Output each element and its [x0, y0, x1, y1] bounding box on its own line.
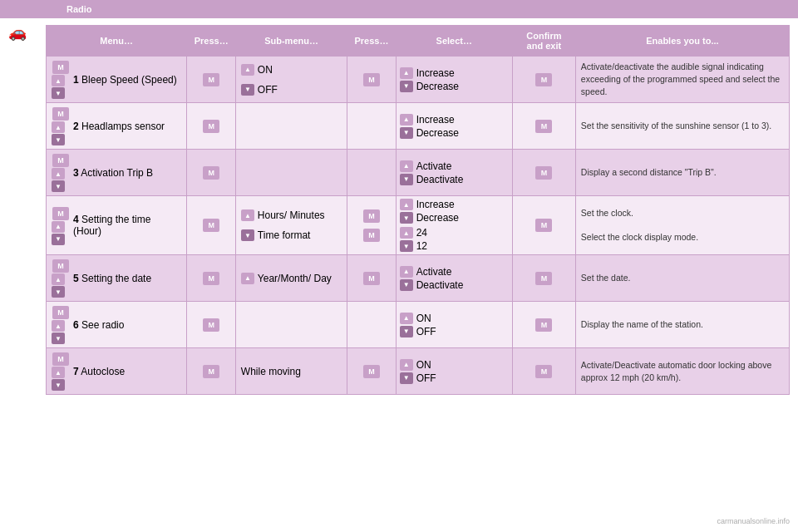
col-header-submenu: Sub-menu… [235, 26, 347, 57]
down-icon: ▼ [400, 212, 413, 224]
car-icon: 🚗 [8, 23, 27, 42]
table-row: M ▲ ▼ 2 Headlamps sensor [47, 103, 790, 150]
menu-label: See radio [81, 319, 124, 331]
m-button[interactable]: M [363, 73, 380, 86]
up-button[interactable]: ▲ [52, 168, 65, 180]
enables-cell-3: Display a second distance "Trip B". [575, 150, 789, 196]
select-activate: Activate [416, 160, 452, 172]
m-button[interactable]: M [535, 272, 552, 285]
confirm-cell-2: M [512, 103, 575, 150]
submenu-cell-3 [235, 150, 347, 196]
confirm-cell-5: M [512, 255, 575, 302]
m-button[interactable]: M [203, 272, 219, 285]
menu-label: Setting the date [81, 273, 151, 284]
table-header-row: Menu… Press… Sub-menu… Press… Select… Co… [47, 26, 790, 57]
m-button[interactable]: M [203, 166, 219, 180]
up-icon: ▲ [400, 313, 413, 324]
m-button[interactable]: M [203, 219, 219, 232]
m-button[interactable]: M [535, 120, 552, 133]
table-row: M ▲ ▼ 3 Activation Trip B [47, 150, 790, 196]
up-icon: ▲ [400, 160, 413, 172]
menu-cell-4: M ▲ ▼ 4 Setting the time (Hour) [47, 196, 187, 255]
m-button[interactable]: M [52, 107, 69, 121]
enables-text: Set the sensitivity of the sunshine sens… [581, 121, 771, 131]
table-row: M ▲ ▼ 6 See radio [47, 302, 790, 348]
m-button[interactable]: M [203, 318, 219, 332]
down-icon: ▼ [400, 81, 413, 92]
confirm-cell-4: M [512, 196, 575, 255]
down-icon: ▼ [400, 326, 413, 337]
submenu-label-on: ON [258, 64, 273, 76]
down-icon: ▼ [400, 372, 413, 384]
m-button[interactable]: M [535, 365, 552, 378]
page-wrapper: Radio 🚗 Menu… Press… Sub-menu… Press… [0, 0, 798, 532]
enables-text-tf: Select the clock display mode. [581, 232, 698, 242]
press-cell-1: M [187, 255, 235, 302]
select-cell-5: ▲ Activate ▼ Deactivate [396, 255, 512, 302]
table-row: M ▲ ▼ 1 Bleep Speed (Speed) [47, 57, 790, 103]
down-button[interactable]: ▼ [52, 379, 65, 391]
down-icon: ▼ [400, 279, 413, 291]
enables-text: Display the name of the station. [581, 319, 703, 329]
enables-cell-1: Activate/deactivate the audible signal i… [575, 57, 789, 103]
menu-cell-1: M ▲ ▼ 1 Bleep Speed (Speed) [47, 57, 187, 103]
m-button[interactable]: M [363, 229, 380, 242]
enables-text: Set the date. [581, 273, 631, 283]
m-button[interactable]: M [52, 306, 69, 319]
top-bar: Radio [0, 0, 798, 18]
up-button[interactable]: ▲ [52, 121, 65, 133]
m-button[interactable]: M [535, 73, 552, 86]
m-button[interactable]: M [52, 352, 69, 366]
press-cell-2: M M [347, 196, 396, 255]
press-cell-2 [347, 150, 396, 196]
m-button[interactable]: M [52, 207, 69, 220]
m-button[interactable]: M [535, 166, 552, 180]
menu-label: Headlamps sensor [81, 121, 165, 132]
up-button[interactable]: ▲ [52, 320, 65, 332]
press-cell-1: M [187, 150, 235, 196]
up-button[interactable]: ▲ [52, 273, 65, 285]
m-button[interactable]: M [52, 259, 69, 273]
menu-cell-6: M ▲ ▼ 6 See radio [47, 302, 187, 348]
down-button[interactable]: ▼ [52, 87, 65, 99]
submenu-cell-7: While moving [235, 348, 347, 395]
select-24: 24 [416, 227, 427, 239]
m-button[interactable]: M [203, 365, 219, 378]
down-button[interactable]: ▼ [52, 332, 65, 344]
menu-number: 4 [73, 214, 79, 225]
up-icon: ▲ [400, 67, 413, 79]
m-button[interactable]: M [203, 120, 219, 133]
submenu-cell-1: ▲ ON ▼ OFF [235, 57, 347, 103]
menu-number: 2 [73, 121, 79, 132]
m-button[interactable]: M [535, 219, 552, 232]
m-button[interactable]: M [363, 209, 380, 223]
col-header-select: Select… [396, 26, 512, 57]
press-cell-2: M [347, 255, 396, 302]
menu-number: 7 [73, 366, 79, 377]
down-button[interactable]: ▼ [52, 134, 65, 145]
select-deactivate: Deactivate [416, 279, 464, 291]
select-increase: Increase [416, 114, 455, 126]
down-button[interactable]: ▼ [52, 286, 65, 298]
m-button[interactable]: M [52, 154, 69, 167]
m-button[interactable]: M [363, 272, 380, 285]
enables-text-hm: Set the clock. [581, 208, 633, 218]
submenu-time-format: Time format [258, 229, 311, 241]
confirm-cell-3: M [512, 150, 575, 196]
m-button[interactable]: M [363, 365, 380, 378]
up-button[interactable]: ▲ [52, 221, 65, 233]
down-button[interactable]: ▼ [52, 180, 65, 192]
m-button[interactable]: M [535, 318, 552, 332]
m-button[interactable]: M [52, 61, 69, 74]
select-off: OFF [416, 372, 436, 384]
select-on: ON [416, 359, 431, 371]
menu-label: Activation Trip B [81, 167, 153, 179]
up-button[interactable]: ▲ [52, 75, 65, 86]
select-on: ON [416, 313, 431, 324]
down-button[interactable]: ▼ [52, 234, 65, 245]
enables-text: Activate/Deactivate automatic door locki… [581, 360, 771, 382]
m-button[interactable]: M [203, 73, 219, 86]
select-cell-6: ▲ ON ▼ OFF [396, 302, 512, 348]
up-icon: ▲ [400, 266, 413, 278]
up-button[interactable]: ▲ [52, 367, 65, 378]
